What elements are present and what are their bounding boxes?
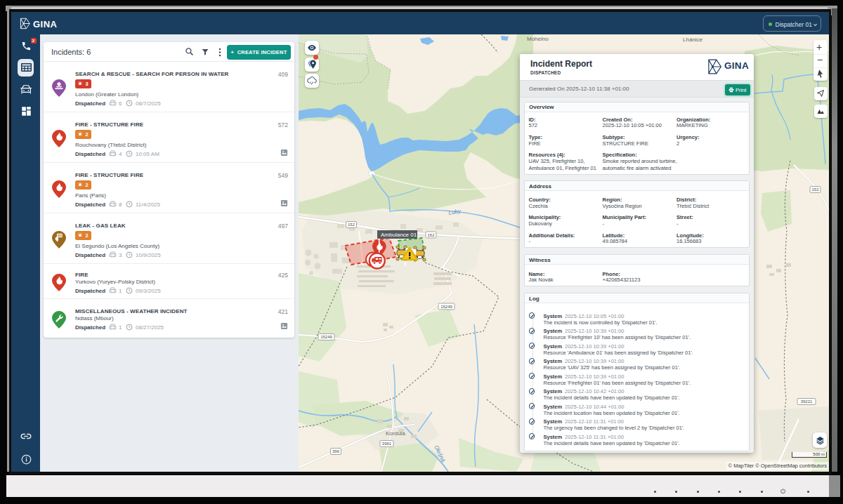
svg-text:Lhánice: Lhánice <box>683 37 703 43</box>
svg-text:Kordula: Kordula <box>386 430 405 437</box>
svg-text:39221: 39221 <box>801 399 813 404</box>
svg-text:15249: 15249 <box>440 305 452 309</box>
svg-text:152: 152 <box>348 223 355 227</box>
svg-text:Ambulance 01: Ambulance 01 <box>381 232 417 238</box>
svg-text:15249: 15249 <box>320 335 332 339</box>
svg-text:152: 152 <box>427 233 435 237</box>
svg-text:396: 396 <box>332 449 340 453</box>
svg-text:3961: 3961 <box>382 442 392 446</box>
svg-text:152: 152 <box>811 187 819 192</box>
svg-text:Mohelno: Mohelno <box>527 36 549 42</box>
